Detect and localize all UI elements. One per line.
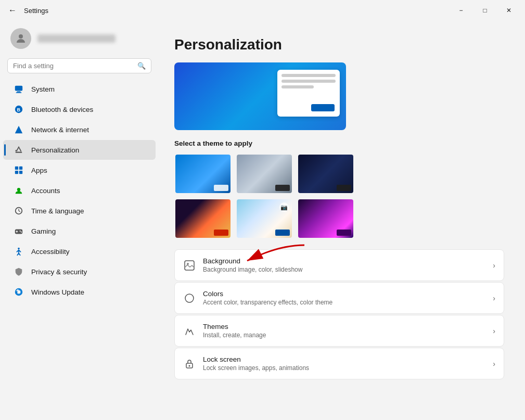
sidebar-item-accessibility-label: Accessibility (31, 248, 70, 256)
camera-icon: 📷 (279, 202, 289, 212)
sidebar-item-network-label: Network & internet (31, 126, 89, 134)
background-title: Background (203, 257, 485, 265)
theme-bg-1 (175, 155, 231, 193)
network-icon (14, 124, 24, 135)
theme-taskbar-2 (275, 185, 290, 191)
svg-rect-26 (185, 261, 194, 270)
svg-point-0 (19, 34, 23, 39)
sidebar-item-accounts-label: Accounts (31, 187, 60, 195)
svg-point-20 (20, 231, 21, 232)
svg-rect-11 (15, 171, 18, 174)
background-item[interactable]: Background Background image, color, slid… (174, 249, 504, 281)
sidebar-item-system[interactable]: System (3, 79, 156, 99)
sidebar: 🔍 System B (0, 21, 159, 420)
svg-point-31 (189, 365, 190, 366)
colors-title: Colors (203, 290, 485, 298)
window-controls: − □ ✕ (449, 2, 521, 19)
svg-rect-1 (15, 86, 22, 91)
lock-screen-desc: Lock screen images, apps, animations (203, 364, 485, 372)
theme-section-label: Select a theme to apply (174, 139, 504, 147)
lock-screen-chevron: › (493, 360, 495, 368)
sidebar-item-gaming-label: Gaming (31, 227, 56, 235)
update-icon (14, 287, 24, 297)
sidebar-nav: System B Bluetooth & devices Network & (0, 79, 159, 302)
svg-line-16 (19, 211, 20, 212)
lock-screen-text: Lock screen Lock screen images, apps, an… (203, 355, 485, 372)
colors-item[interactable]: Colors Accent color, transparency effect… (174, 282, 504, 314)
svg-point-21 (21, 232, 22, 233)
bluetooth-icon: B (14, 104, 24, 114)
title-bar: ← Settings − □ ✕ (0, 0, 525, 21)
lock-screen-title: Lock screen (203, 355, 485, 363)
sidebar-item-gaming[interactable]: Gaming (3, 221, 156, 241)
maximize-button[interactable]: □ (473, 2, 497, 19)
theme-taskbar-3 (337, 185, 351, 191)
close-button[interactable]: ✕ (497, 2, 521, 19)
sidebar-item-privacy[interactable]: Privacy & security (3, 262, 156, 282)
sidebar-item-apps[interactable]: Apps (3, 160, 156, 180)
colors-icon (183, 292, 196, 304)
apps-icon (14, 165, 24, 175)
themes-chevron: › (493, 327, 495, 335)
theme-purple[interactable] (297, 198, 354, 239)
background-desc: Background image, color, slideshow (203, 266, 485, 273)
svg-rect-7 (16, 152, 22, 153)
theme-taskbar-1 (214, 185, 228, 191)
svg-rect-10 (19, 167, 22, 170)
settings-list: Background Background image, color, slid… (174, 249, 504, 379)
themes-grid: 📷 (174, 154, 504, 239)
sidebar-item-time-label: Time & language (31, 207, 84, 215)
preview-line-3 (281, 85, 314, 88)
svg-text:B: B (17, 107, 20, 112)
theme-taskbar-4 (214, 230, 228, 236)
preview-line-1 (281, 74, 336, 77)
svg-marker-6 (15, 126, 22, 133)
svg-point-22 (18, 248, 20, 250)
svg-rect-3 (16, 92, 22, 93)
themes-desc: Install, create, manage (203, 332, 485, 339)
page-title: Personalization (174, 36, 504, 53)
theme-dark-blue[interactable] (297, 154, 354, 194)
svg-point-29 (188, 297, 191, 299)
sidebar-item-time[interactable]: Time & language (3, 201, 156, 221)
theme-floral[interactable] (174, 198, 232, 239)
accounts-icon (14, 185, 24, 196)
search-input[interactable] (13, 62, 133, 70)
preview-button (311, 104, 335, 111)
privacy-icon (14, 266, 24, 277)
theme-bg-3 (298, 155, 353, 193)
search-box[interactable]: 🔍 (7, 58, 151, 73)
minimize-button[interactable]: − (449, 2, 473, 19)
theme-bg-6 (298, 199, 353, 238)
svg-point-13 (17, 188, 20, 191)
themes-text: Themes Install, create, manage (203, 323, 485, 339)
title-bar-left: ← Settings (6, 4, 48, 17)
sidebar-item-accounts[interactable]: Accounts (3, 181, 156, 200)
sidebar-item-accessibility[interactable]: Accessibility (3, 241, 156, 261)
main-content: Personalization Select a theme to apply (159, 21, 525, 420)
theme-taskbar-6 (337, 230, 351, 236)
colors-text: Colors Accent color, transparency effect… (203, 290, 485, 306)
sidebar-item-personalization[interactable]: Personalization (3, 140, 156, 160)
app-body: 🔍 System B (0, 21, 525, 420)
themes-item[interactable]: Themes Install, create, manage › (174, 315, 504, 347)
sidebar-item-network[interactable]: Network & internet (3, 120, 156, 139)
theme-landscape[interactable]: 📷 (236, 198, 293, 239)
theme-bg-4 (175, 199, 231, 238)
sidebar-item-system-label: System (31, 85, 55, 93)
lock-screen-icon (183, 358, 196, 370)
app-title: Settings (24, 7, 48, 15)
back-button[interactable]: ← (6, 4, 19, 17)
sidebar-item-update[interactable]: Windows Update (3, 282, 156, 302)
search-icon: 🔍 (137, 62, 146, 70)
svg-rect-9 (15, 167, 18, 170)
theme-gray-win11[interactable] (236, 154, 293, 194)
colors-desc: Accent color, transparency effects, colo… (203, 299, 485, 306)
theme-preview (174, 62, 346, 130)
sidebar-item-bluetooth-label: Bluetooth & devices (31, 106, 93, 113)
sidebar-item-bluetooth[interactable]: B Bluetooth & devices (3, 99, 156, 119)
background-chevron: › (493, 261, 495, 270)
theme-blue-win11[interactable] (174, 154, 232, 194)
lock-screen-item[interactable]: Lock screen Lock screen images, apps, an… (174, 348, 504, 379)
user-section[interactable] (0, 21, 159, 56)
